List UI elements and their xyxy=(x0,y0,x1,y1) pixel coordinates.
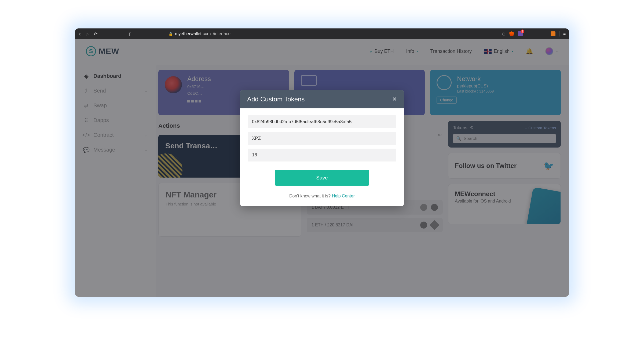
help-question: Don't know what it is? xyxy=(289,194,332,198)
token-symbol-input[interactable] xyxy=(248,132,396,145)
back-icon[interactable]: ◁ xyxy=(78,32,81,36)
app-root: S MEW ⬨ Buy ETH Info ▾ Transaction Histo… xyxy=(75,39,569,297)
lock-icon: 🔒 xyxy=(169,32,173,36)
browser-toolbar: ◁ ▷ ⟳ ▯ 🔒 myetherwallet.com/interface ⊕ … xyxy=(75,28,569,39)
close-icon[interactable]: ✕ xyxy=(392,96,397,103)
address-bar[interactable]: 🔒 myetherwallet.com/interface xyxy=(169,31,230,36)
metamask-icon[interactable] xyxy=(551,31,555,36)
bookmark-icon[interactable]: ▯ xyxy=(129,31,131,36)
reload-icon[interactable]: ⟳ xyxy=(94,31,97,36)
modal-overlay[interactable]: Add Custom Tokens ✕ Save Don't know what… xyxy=(75,39,569,297)
save-button[interactable]: Save xyxy=(275,170,369,186)
divider xyxy=(559,31,559,36)
menu-icon[interactable]: ≡ xyxy=(563,31,566,36)
token-decimals-input[interactable] xyxy=(248,149,396,161)
modal-title: Add Custom Tokens xyxy=(247,95,305,103)
url-host: myetherwallet.com xyxy=(175,31,211,36)
help-text: Don't know what it is? Help Center xyxy=(248,194,396,199)
modal-header: Add Custom Tokens ✕ xyxy=(240,90,404,108)
extension-icon[interactable]: 1 xyxy=(518,31,523,37)
url-path: /interface xyxy=(213,31,230,36)
forward-icon[interactable]: ▷ xyxy=(86,32,89,36)
add-custom-tokens-modal: Add Custom Tokens ✕ Save Don't know what… xyxy=(240,90,404,206)
help-center-link[interactable]: Help Center xyxy=(332,194,355,198)
add-icon[interactable]: ⊕ xyxy=(502,31,506,36)
brave-shield-icon[interactable] xyxy=(509,31,514,36)
notification-count: 1 xyxy=(521,30,524,33)
token-address-input[interactable] xyxy=(248,115,396,128)
browser-window: ◁ ▷ ⟳ ▯ 🔒 myetherwallet.com/interface ⊕ … xyxy=(75,28,569,297)
